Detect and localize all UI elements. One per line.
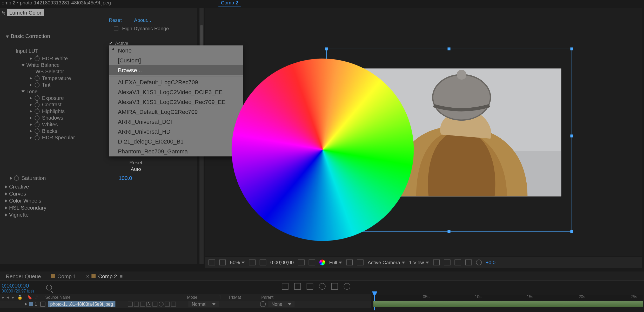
stopwatch-icon[interactable] xyxy=(35,122,39,127)
lut-option[interactable]: AMIRA_Default_LogC2Rec709 xyxy=(109,107,243,117)
tab-comp1[interactable]: Comp 1 xyxy=(51,273,76,279)
preview-tab-comp2[interactable]: Comp 2 xyxy=(218,0,241,7)
param-hdr-specular[interactable]: HDR Specular xyxy=(11,134,110,141)
param-contrast[interactable]: Contrast xyxy=(11,101,110,108)
section-curves[interactable]: Curves xyxy=(2,190,50,197)
resolution-icon[interactable] xyxy=(249,259,256,265)
stopwatch-icon[interactable] xyxy=(35,135,39,140)
fast-preview-icon[interactable] xyxy=(444,259,450,265)
blend-mode-dropdown[interactable]: Normal xyxy=(189,301,219,307)
tone-reset-button[interactable]: Reset xyxy=(129,159,142,166)
lut-option-custom[interactable]: [Custom] xyxy=(109,55,243,65)
layer-duration-bar[interactable] xyxy=(373,301,643,307)
preview-timecode[interactable]: 0;00;00;00 xyxy=(270,259,294,265)
stopwatch-icon[interactable] xyxy=(35,56,39,61)
flowchart-icon[interactable] xyxy=(465,259,472,265)
brainstorm-icon[interactable] xyxy=(344,283,350,290)
stopwatch-icon[interactable] xyxy=(35,82,39,87)
timeline-icon[interactable] xyxy=(454,259,461,265)
collapse-icon[interactable] xyxy=(134,302,139,307)
reset-link[interactable]: Reset xyxy=(109,17,122,23)
shy-icon[interactable] xyxy=(128,302,133,307)
lut-option[interactable]: AlexaV3_K1S1_LogC2Video_Rec709_EE xyxy=(109,97,243,107)
section-color-wheels[interactable]: Color Wheels xyxy=(2,197,50,204)
region-icon[interactable] xyxy=(260,259,266,265)
param-temperature[interactable]: Temperature xyxy=(11,75,110,82)
views-dropdown[interactable]: 1 View xyxy=(409,259,429,265)
param-wb-selector[interactable]: WB Selector xyxy=(11,68,110,75)
effect-name[interactable]: Lumetri Color xyxy=(7,9,44,16)
lut-option[interactable]: Phantom_Rec709_Gamma xyxy=(109,146,243,156)
stopwatch-icon[interactable] xyxy=(35,96,39,101)
frame-blend-toggle-icon[interactable] xyxy=(153,302,158,307)
exposure-reset-icon[interactable] xyxy=(476,259,481,265)
white-balance-header[interactable]: White Balance xyxy=(11,62,110,68)
param-saturation[interactable]: Saturation 100.0 xyxy=(10,175,191,181)
stopwatch-icon[interactable] xyxy=(35,76,39,81)
tab-render-queue[interactable]: Render Queue xyxy=(6,273,41,279)
color-mgmt-icon[interactable] xyxy=(319,259,325,265)
grid-icon[interactable] xyxy=(346,259,353,265)
lut-option-browse[interactable]: Browse... xyxy=(109,65,243,75)
stopwatch-icon[interactable] xyxy=(35,115,39,120)
tone-header[interactable]: Tone xyxy=(11,88,110,95)
basic-correction-header[interactable]: Basic Correction xyxy=(3,32,52,40)
fx-toggle-icon[interactable]: fx xyxy=(146,302,151,307)
hdr-checkbox[interactable] xyxy=(114,27,118,31)
lock-icon[interactable]: 🔒 xyxy=(17,295,23,299)
param-blacks[interactable]: Blacks xyxy=(11,128,110,134)
current-time-indicator[interactable]: 0;00;00;00 xyxy=(2,282,29,289)
lut-option-none[interactable]: None xyxy=(109,46,243,55)
search-icon[interactable] xyxy=(46,285,52,290)
solo-icon[interactable]: ● xyxy=(11,295,17,299)
channels-icon[interactable] xyxy=(357,259,363,265)
param-highlights[interactable]: Highlights xyxy=(11,108,110,115)
zoom-dropdown[interactable]: 50% xyxy=(230,259,245,265)
3d-layer-icon[interactable] xyxy=(171,302,176,307)
param-hdr-white[interactable]: HDR White xyxy=(11,55,110,62)
tone-auto-button[interactable]: Auto xyxy=(129,166,142,172)
snapshot-icon[interactable] xyxy=(209,259,215,265)
param-shadows[interactable]: Shadows xyxy=(11,115,110,121)
adjustment-icon[interactable] xyxy=(165,302,170,307)
section-creative[interactable]: Creative xyxy=(2,183,50,190)
motion-blur-toggle-icon[interactable] xyxy=(159,302,164,307)
timeline-layer-row[interactable]: 1 photo-1…81-48f03fa45e9f.jpeg fx Normal… xyxy=(0,300,371,308)
lut-option[interactable]: ARRI_Universal_DCI xyxy=(109,117,243,127)
tab-comp2[interactable]: ×Comp 2≡ xyxy=(86,273,123,279)
param-whites[interactable]: Whites xyxy=(11,121,110,128)
graph-editor-icon[interactable] xyxy=(331,283,338,290)
lut-option[interactable]: ARRI_Universal_HD xyxy=(109,127,243,136)
about-link[interactable]: About... xyxy=(134,17,151,23)
draft-3d-icon[interactable] xyxy=(294,283,301,290)
visibility-icon[interactable]: ● xyxy=(0,295,6,299)
frame-blend-icon[interactable] xyxy=(307,283,313,290)
stopwatch-icon[interactable] xyxy=(35,109,39,114)
camera-dropdown[interactable]: Active Camera xyxy=(368,259,405,265)
link-icon[interactable] xyxy=(308,259,315,265)
layer-name[interactable]: photo-1…81-48f03fa45e9f.jpeg xyxy=(48,301,116,307)
audio-icon[interactable]: ◄ xyxy=(6,295,11,299)
param-exposure[interactable]: Exposure xyxy=(11,95,110,101)
camera-icon[interactable] xyxy=(298,259,304,265)
resolution-dropdown[interactable]: Full xyxy=(329,259,342,265)
quality-icon[interactable] xyxy=(140,302,145,307)
parent-pickwhip-icon[interactable] xyxy=(260,301,266,307)
pixel-aspect-icon[interactable] xyxy=(433,259,439,265)
stopwatch-icon[interactable] xyxy=(35,129,39,134)
param-tint[interactable]: Tint xyxy=(11,82,110,88)
time-ruler[interactable]: 05s 10s 15s 20s 25s xyxy=(373,295,643,300)
stopwatch-icon[interactable] xyxy=(35,102,39,107)
lut-option[interactable]: AlexaV3_K1S1_LogC2Video_DCIP3_EE xyxy=(109,87,243,97)
saturation-value[interactable]: 100.0 xyxy=(119,175,132,181)
section-vignette[interactable]: Vignette xyxy=(2,211,50,218)
lut-option[interactable]: D-21_delogC_EI0200_B1 xyxy=(109,136,243,146)
motion-blur-icon[interactable] xyxy=(319,283,325,290)
exposure-value[interactable]: +0.0 xyxy=(486,259,495,265)
comp-mini-flowchart-icon[interactable] xyxy=(282,283,289,290)
lut-option[interactable]: ALEXA_Default_LogC2Rec709 xyxy=(109,77,243,87)
section-hsl-secondary[interactable]: HSL Secondary xyxy=(2,204,50,211)
display-icon[interactable] xyxy=(219,259,226,265)
stopwatch-icon[interactable] xyxy=(14,176,19,180)
parent-dropdown[interactable]: None xyxy=(268,301,295,307)
